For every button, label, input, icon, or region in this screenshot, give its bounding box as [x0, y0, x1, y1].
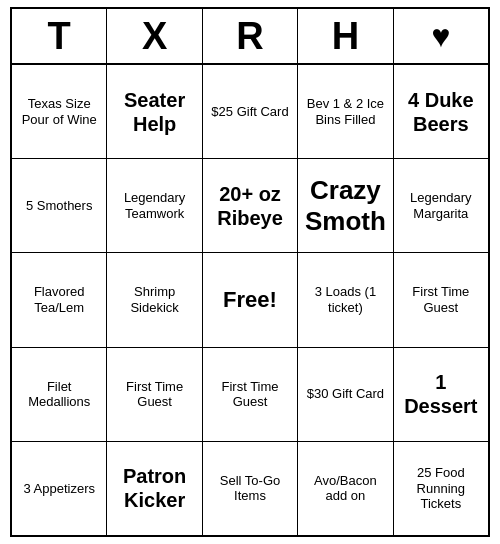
cell-text-0-4: 4 Duke Beers	[398, 88, 484, 136]
cell-text-4-4: 25 Food Running Tickets	[398, 465, 484, 512]
header-col-1: X	[107, 9, 202, 63]
cell-4-4: 25 Food Running Tickets	[394, 442, 488, 535]
cell-1-3: Crazy Smoth	[298, 159, 393, 252]
cell-text-0-2: $25 Gift Card	[211, 104, 288, 120]
cell-text-3-1: First Time Guest	[111, 379, 197, 410]
cell-3-4: 1 Dessert	[394, 348, 488, 441]
cell-text-4-1: Patron Kicker	[111, 464, 197, 512]
heart-icon: ♥	[431, 18, 450, 55]
cell-4-3: Avo/Bacon add on	[298, 442, 393, 535]
header-row: TXRH♥	[12, 9, 488, 65]
cell-text-4-0: 3 Appetizers	[23, 481, 95, 497]
cell-text-1-1: Legendary Teamwork	[111, 190, 197, 221]
cell-3-0: Filet Medallions	[12, 348, 107, 441]
cell-0-2: $25 Gift Card	[203, 65, 298, 158]
header-col-2: R	[203, 9, 298, 63]
cell-1-4: Legendary Margarita	[394, 159, 488, 252]
cell-text-2-3: 3 Loads (1 ticket)	[302, 284, 388, 315]
cell-text-2-1: Shrimp Sidekick	[111, 284, 197, 315]
cell-text-3-0: Filet Medallions	[16, 379, 102, 410]
grid-row-4: 3 AppetizersPatron KickerSell To-Go Item…	[12, 442, 488, 535]
cell-3-3: $30 Gift Card	[298, 348, 393, 441]
cell-4-1: Patron Kicker	[107, 442, 202, 535]
cell-text-0-3: Bev 1 & 2 Ice Bins Filled	[302, 96, 388, 127]
cell-1-2: 20+ oz Ribeye	[203, 159, 298, 252]
cell-2-3: 3 Loads (1 ticket)	[298, 253, 393, 346]
cell-text-2-2: Free!	[223, 287, 277, 313]
bingo-card: TXRH♥ Texas Size Pour of WineSeater Help…	[10, 7, 490, 537]
header-col-4: ♥	[394, 9, 488, 63]
cell-4-2: Sell To-Go Items	[203, 442, 298, 535]
cell-text-1-3: Crazy Smoth	[302, 175, 388, 237]
cell-4-0: 3 Appetizers	[12, 442, 107, 535]
cell-3-1: First Time Guest	[107, 348, 202, 441]
cell-2-4: First Time Guest	[394, 253, 488, 346]
cell-text-3-3: $30 Gift Card	[307, 386, 384, 402]
cell-0-4: 4 Duke Beers	[394, 65, 488, 158]
header-col-3: H	[298, 9, 393, 63]
cell-text-3-4: 1 Dessert	[398, 370, 484, 418]
cell-2-2: Free!	[203, 253, 298, 346]
cell-text-4-3: Avo/Bacon add on	[302, 473, 388, 504]
cell-0-1: Seater Help	[107, 65, 202, 158]
cell-2-0: Flavored Tea/Lem	[12, 253, 107, 346]
cell-text-0-0: Texas Size Pour of Wine	[16, 96, 102, 127]
cell-text-1-2: 20+ oz Ribeye	[207, 182, 293, 230]
cell-text-1-0: 5 Smothers	[26, 198, 92, 214]
grid-row-1: 5 SmothersLegendary Teamwork20+ oz Ribey…	[12, 159, 488, 253]
grid-row-3: Filet MedallionsFirst Time GuestFirst Ti…	[12, 348, 488, 442]
header-col-0: T	[12, 9, 107, 63]
cell-text-2-0: Flavored Tea/Lem	[16, 284, 102, 315]
cell-0-3: Bev 1 & 2 Ice Bins Filled	[298, 65, 393, 158]
cell-text-2-4: First Time Guest	[398, 284, 484, 315]
cell-text-3-2: First Time Guest	[207, 379, 293, 410]
cell-2-1: Shrimp Sidekick	[107, 253, 202, 346]
cell-1-1: Legendary Teamwork	[107, 159, 202, 252]
grid-row-0: Texas Size Pour of WineSeater Help$25 Gi…	[12, 65, 488, 159]
bingo-grid: Texas Size Pour of WineSeater Help$25 Gi…	[12, 65, 488, 535]
cell-1-0: 5 Smothers	[12, 159, 107, 252]
grid-row-2: Flavored Tea/LemShrimp SidekickFree!3 Lo…	[12, 253, 488, 347]
cell-3-2: First Time Guest	[203, 348, 298, 441]
cell-0-0: Texas Size Pour of Wine	[12, 65, 107, 158]
cell-text-0-1: Seater Help	[111, 88, 197, 136]
cell-text-4-2: Sell To-Go Items	[207, 473, 293, 504]
cell-text-1-4: Legendary Margarita	[398, 190, 484, 221]
